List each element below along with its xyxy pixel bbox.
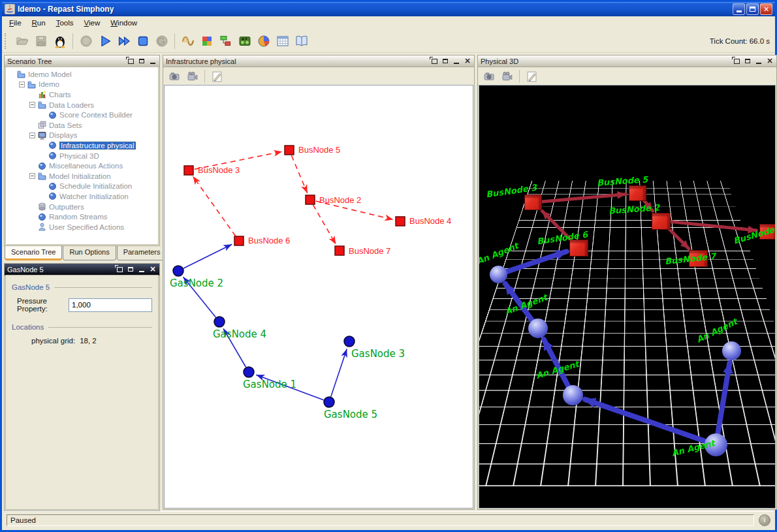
tree-item-label: Miscellaneous Actions bbox=[49, 162, 123, 170]
stop-icon[interactable] bbox=[133, 31, 152, 50]
properties-header[interactable]: GasNode 5 × bbox=[5, 264, 159, 275]
maximize-icon[interactable] bbox=[127, 266, 135, 274]
movie-capture-icon[interactable] bbox=[185, 69, 200, 84]
tree-item-schedule-initialization[interactable]: Schedule Initialization bbox=[6, 181, 158, 192]
3d-agent-node[interactable] bbox=[722, 341, 741, 360]
tree-item-physical-3d[interactable]: Physical 3D bbox=[6, 151, 158, 161]
step-icon[interactable] bbox=[114, 31, 133, 50]
main-toolbar: Tick Count: 66.0 s bbox=[2, 29, 775, 53]
3d-agent-node[interactable] bbox=[528, 319, 548, 338]
stop-glyph bbox=[136, 34, 150, 48]
tree-item-user-specified-actions[interactable]: User Specified Actions bbox=[6, 222, 158, 232]
tree-item-data-loaders[interactable]: −Data Loaders bbox=[6, 100, 158, 110]
toolbar-grip[interactable] bbox=[5, 33, 9, 49]
maximize-icon[interactable] bbox=[744, 57, 752, 65]
display-3d-canvas[interactable]: BusNode 3BusNode 5BusNode 2BusNode 6BusN… bbox=[479, 85, 776, 509]
tree-item-model-initialization[interactable]: −Model Initialization bbox=[6, 171, 158, 181]
3d-agent-node[interactable] bbox=[490, 266, 507, 283]
play-icon[interactable] bbox=[95, 31, 114, 50]
bus-node[interactable] bbox=[306, 195, 315, 204]
info-icon[interactable]: i bbox=[759, 514, 770, 526]
book-icon[interactable] bbox=[292, 31, 311, 50]
tree-item-label: Infrastructure physical bbox=[59, 142, 136, 149]
window-maximize-button[interactable] bbox=[746, 3, 759, 15]
bus-node[interactable] bbox=[396, 217, 405, 226]
screenshot-icon[interactable] bbox=[167, 69, 182, 84]
edit-icon[interactable] bbox=[210, 69, 225, 84]
menu-view[interactable]: View bbox=[79, 18, 106, 28]
float-icon[interactable] bbox=[116, 266, 123, 274]
grid-location-label: physical grid: bbox=[31, 337, 75, 345]
tree-item-label: Data Sets bbox=[49, 121, 82, 129]
table-icon[interactable] bbox=[273, 31, 292, 50]
minimize-icon[interactable] bbox=[452, 57, 460, 65]
bus-node[interactable] bbox=[184, 166, 193, 175]
tree-item-charts[interactable]: Charts bbox=[6, 89, 158, 100]
3d-agent-node[interactable] bbox=[563, 385, 583, 405]
maximize-icon[interactable] bbox=[138, 57, 146, 65]
scenario-tree-header[interactable]: Scenario Tree bbox=[5, 55, 159, 67]
display-panes-icon[interactable] bbox=[197, 31, 216, 50]
network-icon[interactable] bbox=[235, 31, 254, 50]
float-icon[interactable] bbox=[733, 57, 740, 65]
menu-tools[interactable]: Tools bbox=[51, 18, 79, 28]
maximize-icon[interactable] bbox=[441, 57, 449, 65]
3d-bus-node[interactable] bbox=[652, 213, 671, 230]
bus-node[interactable] bbox=[285, 146, 294, 155]
gas-node[interactable] bbox=[344, 336, 355, 347]
scenario-tabs: Scenario TreeRun OptionsParameters bbox=[5, 246, 167, 260]
screenshot-icon[interactable] bbox=[482, 69, 497, 84]
tree-item-score-context-builder[interactable]: Score Context Builder bbox=[6, 110, 158, 120]
menu-window[interactable]: Window bbox=[105, 18, 142, 28]
gas-node[interactable] bbox=[324, 397, 334, 407]
close-icon[interactable]: × bbox=[464, 57, 471, 65]
tree-item-outputters[interactable]: Outputters bbox=[6, 202, 158, 212]
pressure-input[interactable] bbox=[69, 298, 152, 312]
pie-chart-icon[interactable] bbox=[254, 31, 273, 50]
expander-minus-icon[interactable]: − bbox=[29, 133, 35, 138]
float-icon[interactable] bbox=[127, 57, 135, 65]
display-2d-canvas[interactable]: BusNode 5BusNode 3BusNode 2BusNode 4BusN… bbox=[164, 85, 473, 509]
3d-bus-node[interactable] bbox=[569, 240, 588, 257]
tree-item-random-streams[interactable]: Random Streams bbox=[6, 211, 158, 222]
display-3d-header[interactable]: Physical 3D × bbox=[478, 55, 776, 67]
bus-node[interactable] bbox=[234, 236, 244, 245]
minimize-icon[interactable] bbox=[138, 266, 146, 274]
close-icon[interactable]: × bbox=[149, 266, 157, 274]
tux-icon[interactable] bbox=[50, 31, 69, 50]
gas-node[interactable] bbox=[173, 266, 183, 276]
tree-item-idemo-model[interactable]: Idemo Model bbox=[6, 69, 158, 80]
display-2d-title: Infrastructure physical bbox=[166, 57, 236, 65]
menu-run[interactable]: Run bbox=[27, 18, 51, 28]
tab-run-options[interactable]: Run Options bbox=[63, 246, 116, 260]
tree-item-infrastructure-physical[interactable]: Infrastructure physical bbox=[6, 140, 158, 151]
bus-node[interactable] bbox=[335, 246, 344, 255]
gas-node[interactable] bbox=[244, 367, 254, 377]
tab-scenario-tree[interactable]: Scenario Tree bbox=[5, 246, 62, 260]
minimize-icon[interactable] bbox=[755, 57, 763, 65]
window-close-button[interactable]: ✕ bbox=[760, 3, 772, 15]
3d-bus-node[interactable] bbox=[629, 185, 646, 201]
menu-file[interactable]: File bbox=[4, 18, 27, 28]
chart-wave-icon[interactable] bbox=[178, 31, 197, 50]
expander-minus-icon[interactable]: − bbox=[19, 82, 25, 87]
display-2d-header[interactable]: Infrastructure physical × bbox=[163, 55, 474, 67]
close-icon[interactable]: × bbox=[766, 57, 774, 65]
tree-item-watcher-initialization[interactable]: Watcher Initialization bbox=[6, 191, 158, 202]
tab-parameters[interactable]: Parameters bbox=[117, 246, 167, 260]
play-glyph bbox=[98, 34, 112, 48]
minimize-icon[interactable] bbox=[149, 57, 157, 65]
3d-bus-node[interactable] bbox=[524, 195, 542, 210]
expander-minus-icon[interactable]: − bbox=[29, 102, 35, 108]
float-icon[interactable] bbox=[430, 57, 438, 65]
gas-node[interactable] bbox=[214, 317, 225, 327]
movie-capture-icon[interactable] bbox=[500, 69, 515, 84]
expander-minus-icon[interactable]: − bbox=[29, 173, 35, 179]
tree-item-displays[interactable]: −Displays bbox=[6, 131, 158, 141]
tree-item-idemo[interactable]: −Idemo bbox=[6, 80, 158, 90]
tree-item-miscellaneous-actions[interactable]: Miscellaneous Actions bbox=[6, 161, 158, 171]
edit-icon[interactable] bbox=[524, 69, 539, 84]
window-minimize-button[interactable] bbox=[733, 3, 745, 15]
tree-item-data-sets[interactable]: Data Sets bbox=[6, 120, 158, 131]
hierarchy-icon[interactable] bbox=[216, 31, 235, 50]
